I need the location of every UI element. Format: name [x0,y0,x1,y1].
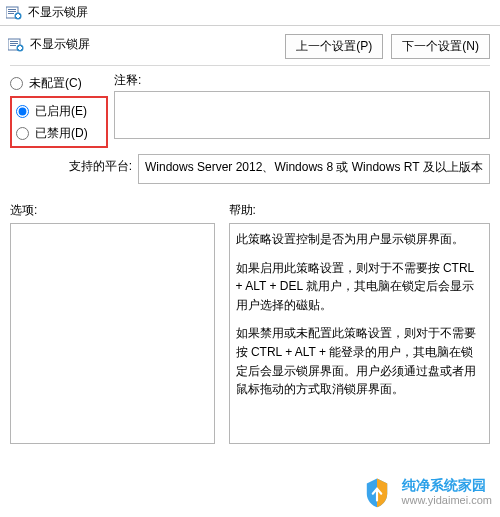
comment-label: 注释: [114,72,490,89]
highlight-box: 已启用(E) 已禁用(D) [10,96,108,148]
svg-rect-1 [8,9,16,10]
radio-not-configured[interactable]: 未配置(C) [10,72,108,94]
options-label: 选项: [10,202,215,219]
watermark-url: www.yidaimei.com [402,494,492,507]
supported-on-label: 支持的平台: [10,154,138,175]
supported-on-value: Windows Server 2012、Windows 8 或 Windows … [138,154,490,184]
help-p1: 此策略设置控制是否为用户显示锁屏界面。 [236,230,483,249]
window-title: 不显示锁屏 [28,4,88,21]
policy-icon [8,37,24,53]
titlebar: 不显示锁屏 [0,0,500,26]
svg-rect-8 [10,41,18,42]
help-box: 此策略设置控制是否为用户显示锁屏界面。 如果启用此策略设置，则对于不需要按 CT… [229,223,490,444]
policy-title: 不显示锁屏 [30,36,90,53]
svg-rect-3 [8,13,14,14]
watermark-brand: 纯净系统家园 [402,477,492,494]
help-p2: 如果启用此策略设置，则对于不需要按 CTRL + ALT + DEL 就用户，其… [236,259,483,315]
next-setting-label: 下一个设置(N) [402,39,479,53]
help-p3: 如果禁用或未配置此策略设置，则对于不需要按 CTRL + ALT + 能登录的用… [236,324,483,398]
policy-icon [6,5,22,21]
comment-input[interactable] [114,91,490,139]
radio-not-configured-label: 未配置(C) [29,75,82,92]
next-setting-button[interactable]: 下一个设置(N) [391,34,490,59]
svg-rect-9 [10,43,18,44]
radio-disabled-input[interactable] [16,127,29,140]
radio-disabled-label: 已禁用(D) [35,125,88,142]
radio-enabled-input[interactable] [16,105,29,118]
prev-setting-label: 上一个设置(P) [296,39,372,53]
radio-enabled[interactable]: 已启用(E) [16,100,102,122]
watermark: 纯净系统家园 www.yidaimei.com [360,475,492,509]
watermark-logo-icon [360,475,394,509]
radio-disabled[interactable]: 已禁用(D) [16,122,102,144]
options-box [10,223,215,444]
radio-not-configured-input[interactable] [10,77,23,90]
svg-rect-6 [16,15,20,17]
radio-enabled-label: 已启用(E) [35,103,87,120]
nav-buttons: 上一个设置(P) 下一个设置(N) [285,34,490,59]
svg-rect-13 [18,47,22,49]
svg-rect-2 [8,11,16,12]
state-radios: 未配置(C) 已启用(E) 已禁用(D) [10,72,108,148]
svg-rect-10 [10,45,16,46]
prev-setting-button[interactable]: 上一个设置(P) [285,34,383,59]
help-label: 帮助: [229,202,490,219]
